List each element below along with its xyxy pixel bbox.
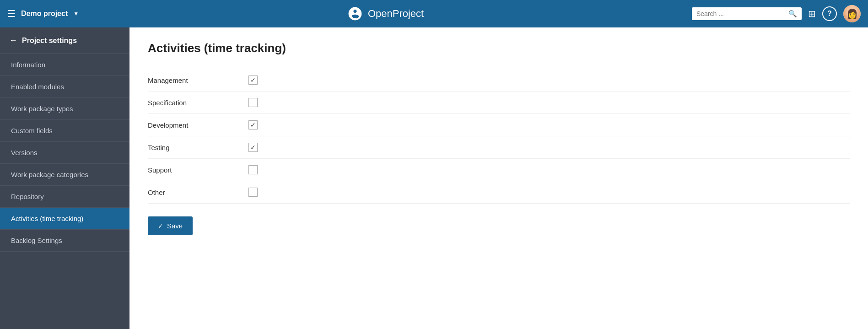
avatar-image: 👩 [843,5,861,22]
project-name[interactable]: Demo project [21,10,68,18]
activity-checkbox-other[interactable] [248,188,258,197]
activity-checkbox-specification[interactable] [248,98,258,107]
sidebar-nav: InformationEnabled modulesWork package t… [0,54,129,252]
activity-row-specification: Specification [148,92,850,114]
activity-row-development: Development✓ [148,114,850,136]
sidebar-item-custom-fields[interactable]: Custom fields [0,120,129,142]
hamburger-icon[interactable]: ☰ [7,9,16,18]
project-dropdown-icon[interactable]: ▼ [73,11,79,17]
sidebar-item-enabled-modules[interactable]: Enabled modules [0,76,129,98]
activity-label-specification: Specification [148,99,239,107]
sidebar-header[interactable]: ← Project settings [0,27,129,54]
save-button[interactable]: ✓ Save [148,216,193,235]
save-checkmark-icon: ✓ [158,222,163,230]
grid-icon[interactable]: ⊞ [808,8,816,19]
main-layout: ← Project settings InformationEnabled mo… [0,27,868,329]
activity-label-management: Management [148,76,239,84]
logo-text: OpenProject [368,8,424,20]
sidebar-item-backlog-settings[interactable]: Backlog Settings [0,230,129,252]
activity-row-support: Support [148,159,850,181]
sidebar-item-activities-time-tracking[interactable]: Activities (time tracking) [0,208,129,230]
sidebar-item-versions[interactable]: Versions [0,142,129,164]
activities-list: Management✓SpecificationDevelopment✓Test… [148,69,850,204]
main-content: Activities (time tracking) Management✓Sp… [129,27,868,329]
activity-label-development: Development [148,121,239,129]
activity-label-other: Other [148,189,239,196]
sidebar-item-repository[interactable]: Repository [0,186,129,208]
activity-checkbox-management[interactable]: ✓ [248,76,258,85]
search-icon[interactable]: 🔍 [788,10,797,18]
activity-row-testing: Testing✓ [148,136,850,159]
top-navigation: ☰ Demo project ▼ OpenProject 🔍 ⊞ ? 👩 [0,0,868,27]
avatar[interactable]: 👩 [843,5,861,22]
nav-center: OpenProject [84,5,686,22]
save-label: Save [167,222,183,230]
activity-row-management: Management✓ [148,69,850,92]
activity-checkbox-support[interactable] [248,165,258,174]
help-icon[interactable]: ? [822,6,837,21]
activity-checkbox-development[interactable]: ✓ [248,120,258,129]
logo: OpenProject [347,5,424,22]
sidebar-item-information[interactable]: Information [0,54,129,76]
sidebar-item-work-package-categories[interactable]: Work package categories [0,164,129,186]
search-box[interactable]: 🔍 [692,7,802,20]
activity-checkbox-testing[interactable]: ✓ [248,143,258,152]
page-title: Activities (time tracking) [148,41,850,55]
back-arrow-icon[interactable]: ← [9,36,17,45]
activity-row-other: Other [148,181,850,204]
nav-right: 🔍 ⊞ ? 👩 [692,5,861,22]
activity-label-support: Support [148,166,239,174]
sidebar: ← Project settings InformationEnabled mo… [0,27,129,329]
nav-left: ☰ Demo project ▼ [7,9,79,18]
search-input[interactable] [696,10,786,17]
sidebar-title: Project settings [22,37,77,45]
sidebar-item-work-package-types[interactable]: Work package types [0,98,129,120]
openproject-logo-icon [347,5,363,22]
activity-label-testing: Testing [148,144,239,151]
